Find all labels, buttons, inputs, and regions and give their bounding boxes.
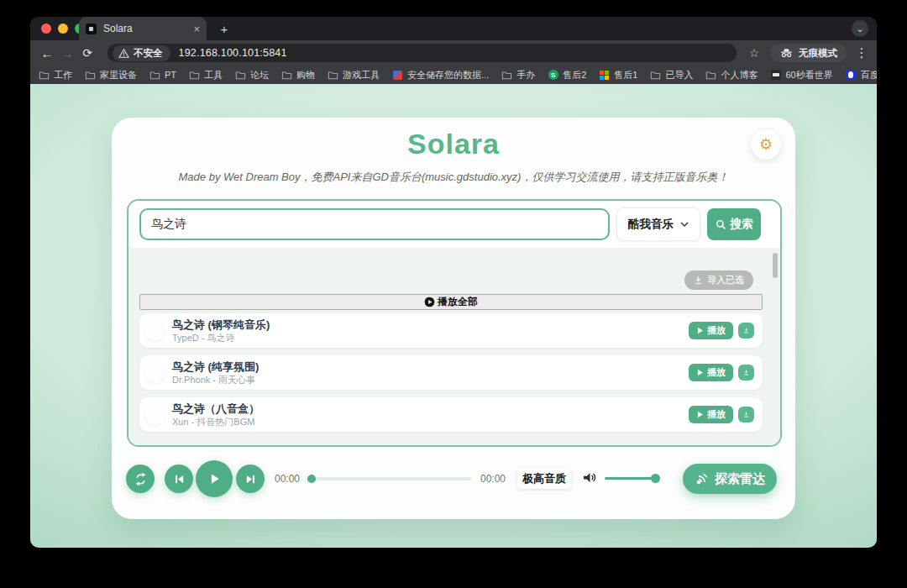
bookmark-item[interactable]: 论坛 [235, 69, 269, 81]
bookmark-item[interactable]: S 售后2 [548, 69, 586, 81]
song-checkbox[interactable] [144, 320, 165, 341]
tab-close-icon[interactable]: × [193, 23, 200, 35]
reload-button[interactable]: ⟳ [77, 46, 97, 60]
song-download-button[interactable] [738, 407, 754, 423]
incognito-label: 无痕模式 [799, 47, 837, 60]
minimize-window-button[interactable] [58, 24, 68, 34]
tab-strip: Solara × + ⌄ [30, 17, 877, 40]
song-checkbox[interactable] [144, 404, 165, 425]
bookmark-label: 售后2 [563, 69, 586, 81]
folder-icon [235, 70, 246, 81]
tab-search-chevron-icon[interactable]: ⌄ [852, 20, 868, 37]
play-icon [696, 369, 704, 376]
bookmark-item[interactable]: 工具 [189, 69, 223, 81]
bookmark-star-icon[interactable]: ☆ [745, 46, 763, 60]
search-input[interactable] [139, 208, 610, 240]
bookmark-label: 60秒看世界 [785, 69, 832, 81]
bookmark-label: 工作 [54, 69, 72, 81]
back-button[interactable]: ← [37, 46, 57, 60]
app-title: Solara [112, 128, 795, 160]
volume-slider[interactable] [605, 477, 658, 480]
page-background: ⚙ Solara Made by Wet Dream Boy，免费API来自GD… [30, 84, 877, 548]
address-bar[interactable]: 不安全 192.168.100.101:5841 [107, 44, 737, 62]
security-chip[interactable]: 不安全 [113, 45, 170, 61]
folder-icon [281, 70, 292, 81]
song-row[interactable]: 鸟之诗（八音盒） Xun - 抖音热门BGM 播放 [139, 397, 763, 432]
url-text: 192.168.100.101:5841 [179, 47, 287, 59]
bookmark-item[interactable]: 购物 [281, 69, 315, 81]
tab-title: Solara [103, 23, 193, 34]
bookmark-label: PT [165, 70, 176, 80]
song-row[interactable]: 鸟之诗 (纯享氛围) Dr.Phonk - 雨天心事 播放 [139, 355, 763, 390]
volume-icon[interactable] [582, 471, 598, 487]
previous-track-button[interactable] [165, 465, 193, 493]
repeat-button[interactable] [126, 465, 155, 493]
previous-icon [173, 473, 186, 486]
volume-handle[interactable] [651, 474, 660, 483]
song-meta: 鸟之诗 (纯享氛围) Dr.Phonk - 雨天心事 [172, 360, 689, 386]
progress-bar[interactable] [307, 477, 471, 480]
folder-icon [85, 70, 96, 81]
play-button[interactable] [196, 460, 233, 497]
play-all-button[interactable]: 播放全部 [139, 294, 763, 310]
bookmark-label: 安全储存您的数据... [407, 69, 489, 81]
bookmarks-bar: 工作 家里设备 PT 工具 论坛 购物 游戏工具 安全储存您的数据... 手办 … [30, 66, 877, 84]
bookmark-item[interactable]: 60秒看世界 [770, 69, 832, 81]
song-play-button[interactable]: 播放 [689, 322, 733, 339]
browser-tab[interactable]: Solara × [79, 17, 207, 40]
progress-handle[interactable] [307, 475, 316, 483]
search-button[interactable]: 搜索 [707, 208, 761, 240]
search-results-panel: 酷我音乐 搜索 [127, 199, 782, 447]
app-subtitle: Made by Wet Dream Boy，免费API来自GD音乐台(music… [112, 170, 795, 185]
play-icon [207, 471, 222, 486]
search-row: 酷我音乐 搜索 [128, 201, 780, 248]
folder-icon [501, 70, 512, 81]
new-tab-button[interactable]: + [217, 21, 232, 36]
radar-icon [695, 471, 710, 486]
bookmark-item[interactable]: 家里设备 [85, 69, 137, 81]
tab-favicon-icon [86, 24, 97, 34]
bookmark-item[interactable]: 安全储存您的数据... [392, 69, 489, 81]
close-window-button[interactable] [41, 24, 51, 34]
folder-icon [39, 70, 50, 81]
shield-icon [392, 70, 403, 81]
song-play-button[interactable]: 播放 [689, 364, 733, 381]
scrollbar-thumb[interactable] [773, 253, 778, 278]
explore-radar-button[interactable]: 探索雷达 [683, 464, 777, 494]
bookmark-item[interactable]: 个人博客 [705, 69, 758, 81]
bookmark-item[interactable]: 百度一下，你就知道 [846, 69, 877, 81]
bookmark-item[interactable]: PT [149, 70, 176, 81]
song-row[interactable]: 鸟之诗 (钢琴纯音乐) TypeD - 鸟之诗 播放 [139, 313, 763, 348]
song-artist: Dr.Phonk - 雨天心事 [172, 375, 689, 386]
incognito-badge: 无痕模式 [770, 44, 847, 62]
folder-icon [328, 70, 338, 81]
bookmark-item[interactable]: 游戏工具 [328, 69, 380, 81]
baidu-icon [846, 70, 857, 81]
song-download-button[interactable] [738, 365, 754, 381]
next-track-button[interactable] [236, 465, 265, 493]
source-selected-value: 酷我音乐 [628, 217, 674, 232]
radar-button-label: 探索雷达 [715, 471, 765, 487]
browser-menu-button[interactable]: ⋮ [853, 45, 870, 60]
next-icon [244, 473, 257, 486]
bookmark-item[interactable]: 已导入 [650, 69, 693, 81]
bookmark-item[interactable]: 售后1 [599, 69, 637, 81]
song-play-button[interactable]: 播放 [689, 406, 733, 423]
song-download-button[interactable] [738, 323, 754, 339]
repeat-icon [134, 472, 148, 486]
bookmark-label: 手办 [516, 69, 535, 81]
song-checkbox[interactable] [144, 362, 165, 383]
quality-button[interactable]: 极高音质 [517, 468, 571, 489]
import-selected-button[interactable]: 导入已选 [684, 270, 753, 290]
chevron-down-icon [680, 222, 689, 227]
music-source-select[interactable]: 酷我音乐 [616, 207, 700, 241]
site-icon [770, 70, 781, 81]
download-icon [743, 326, 749, 335]
import-button-label: 导入已选 [707, 274, 744, 286]
bookmark-item[interactable]: 手办 [501, 69, 535, 81]
song-title: 鸟之诗（八音盒） [172, 402, 689, 416]
forward-button[interactable]: → [57, 46, 77, 60]
bookmark-label: 游戏工具 [343, 69, 380, 81]
play-circle-icon [424, 297, 435, 307]
bookmark-item[interactable]: 工作 [39, 69, 72, 81]
